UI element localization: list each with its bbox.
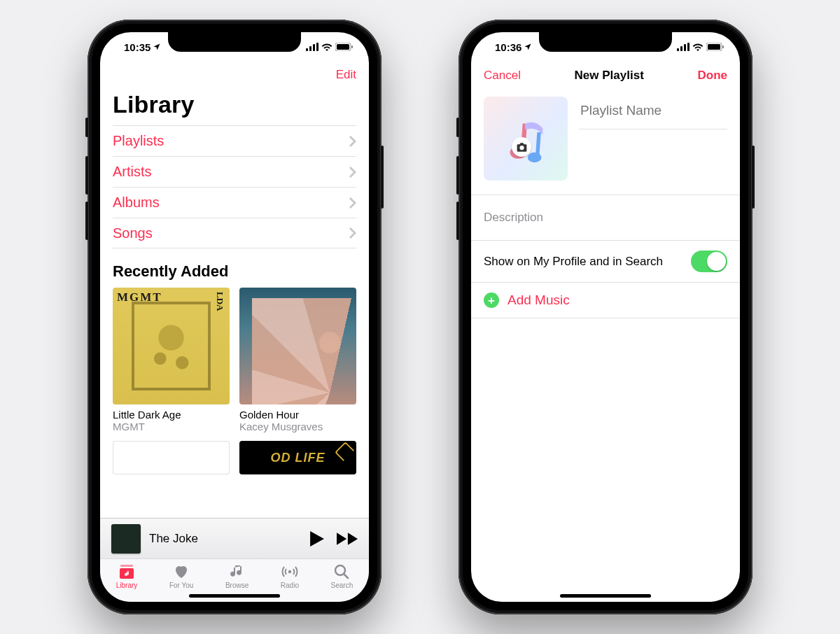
location-icon [524,43,532,51]
tab-browse[interactable]: Browse [225,563,248,589]
profile-visibility-toggle[interactable] [691,251,727,272]
menu-row-playlists[interactable]: Playlists [113,125,356,156]
notch [168,32,301,52]
now-playing-art [111,524,141,554]
album-artist: MGMT [113,421,230,432]
cancel-button[interactable]: Cancel [484,69,521,83]
playlist-art-picker[interactable] [484,97,568,181]
svg-rect-17 [708,44,720,50]
forward-icon[interactable] [337,532,358,546]
chevron-right-icon [349,197,356,209]
camera-icon [517,143,527,152]
tab-label: Search [331,582,354,589]
profile-visibility-row: Show on My Profile and in Search [484,241,727,282]
add-music-label: Add Music [507,293,570,308]
svg-line-11 [344,574,348,578]
cover-text: MGMT [117,290,162,304]
battery-icon [335,43,354,51]
svg-rect-13 [680,46,682,51]
svg-point-9 [288,570,291,573]
power-button [752,146,755,209]
done-button[interactable]: Done [697,69,727,83]
album-title: Golden Hour [239,409,356,421]
tab-for-you[interactable]: For You [169,563,193,589]
svg-rect-0 [306,48,308,51]
chevron-right-icon [349,227,356,239]
screen-library: 10:35 Edit Library Playlists Artists [100,32,369,602]
svg-rect-7 [120,565,133,567]
menu-label: Albums [113,195,160,211]
album-card[interactable]: MGMT LDA Little Dark Age MGMT [113,288,230,432]
album-title: Little Dark Age [113,409,230,421]
mute-switch [456,118,459,137]
svg-rect-1 [309,46,312,51]
status-time: 10:36 [495,41,522,53]
library-icon [118,563,136,580]
play-icon[interactable] [310,531,324,547]
album-art: MGMT LDA [113,288,230,404]
music-note-icon [228,563,246,580]
tab-library[interactable]: Library [116,563,138,589]
device-right: 10:36 Cancel New Playlist Done [458,20,752,614]
page-title: Library [113,91,356,118]
tab-label: Radio [281,582,299,589]
svg-rect-3 [316,43,318,51]
volume-down-button [456,202,459,240]
svg-rect-14 [684,44,686,51]
camera-badge [512,137,531,157]
playlist-name-input[interactable] [579,102,727,119]
edit-button[interactable]: Edit [336,68,356,82]
tab-search[interactable]: Search [331,563,354,589]
menu-label: Playlists [113,133,164,149]
svg-rect-12 [677,48,679,51]
home-indicator[interactable] [189,594,280,598]
nav-title: New Playlist [575,69,644,83]
svg-rect-5 [337,44,349,50]
battery-icon [706,43,724,51]
menu-label: Artists [113,164,152,180]
tab-label: Browse [225,582,248,589]
svg-rect-22 [536,132,541,157]
nav-bar: Edit [100,62,369,88]
toggle-label: Show on My Profile and in Search [484,255,663,269]
cover-text: OD LIFE [271,451,326,465]
notch [539,32,672,52]
status-time: 10:35 [124,41,150,53]
wifi-icon [692,43,704,51]
chevron-right-icon [349,136,356,147]
description-input[interactable]: Description [484,195,727,240]
volume-up-button [456,156,459,195]
now-playing-bar[interactable]: The Joke [100,518,369,558]
menu-row-songs[interactable]: Songs [113,218,356,248]
power-button [381,146,384,209]
album-grid-peek[interactable]: OD LIFE [100,441,369,474]
chevron-right-icon [349,167,356,178]
nav-bar: Cancel New Playlist Done [471,62,740,90]
location-icon [153,43,161,51]
svg-rect-15 [687,43,690,51]
cellular-icon [306,43,318,51]
screen-new-playlist: 10:36 Cancel New Playlist Done [471,32,740,602]
tab-label: For You [169,582,193,589]
menu-row-artists[interactable]: Artists [113,156,356,187]
section-title-recently-added: Recently Added [113,262,356,281]
device-left: 10:35 Edit Library Playlists Artists [88,20,382,614]
album-art [239,288,356,404]
add-music-row[interactable]: + Add Music [484,283,727,318]
radio-icon [281,563,299,580]
menu-row-albums[interactable]: Albums [113,187,356,218]
tab-label: Library [116,582,138,589]
plus-icon: + [484,293,499,308]
heart-icon [172,563,190,580]
volume-down-button [85,202,88,240]
album-art [113,441,230,474]
tab-radio[interactable]: Radio [281,563,299,589]
now-playing-title: The Joke [149,532,302,546]
home-indicator[interactable] [560,594,651,598]
svg-rect-2 [313,44,315,51]
svg-rect-6 [351,45,353,48]
menu-label: Songs [113,225,153,241]
volume-up-button [85,156,88,195]
album-card[interactable]: Golden Hour Kacey Musgraves [239,288,356,432]
album-grid[interactable]: MGMT LDA Little Dark Age MGMT Golden Hou… [100,288,369,432]
